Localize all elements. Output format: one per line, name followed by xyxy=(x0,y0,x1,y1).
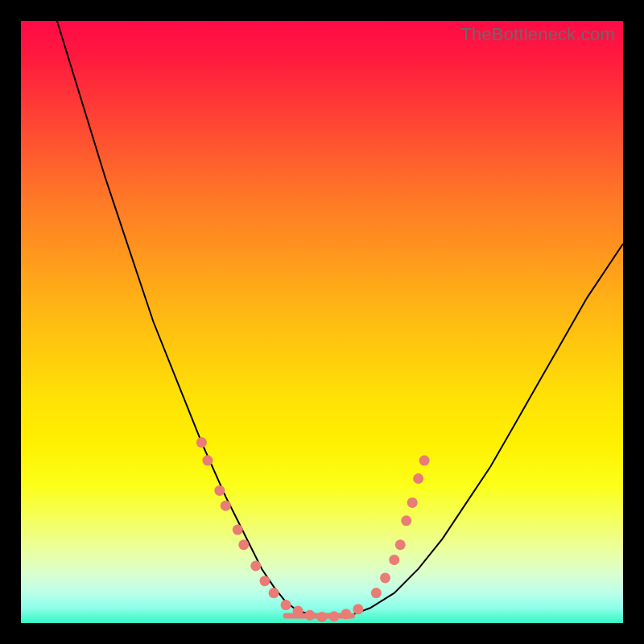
highlight-dot xyxy=(250,560,261,571)
highlight-dot xyxy=(328,611,339,621)
highlight-dot xyxy=(413,473,423,484)
highlight-dot xyxy=(317,612,328,622)
highlight-dot xyxy=(281,600,291,610)
highlight-dots xyxy=(196,437,430,622)
highlight-dot xyxy=(389,555,399,565)
highlight-dot xyxy=(353,604,363,614)
highlight-dot xyxy=(401,515,411,526)
highlight-dot xyxy=(380,572,390,583)
highlight-dot xyxy=(293,606,303,617)
highlight-dot xyxy=(238,539,249,550)
highlight-dot xyxy=(395,539,406,550)
highlight-dot xyxy=(221,501,231,511)
highlight-dot xyxy=(202,456,213,466)
bottleneck-curve xyxy=(57,21,623,617)
highlight-dot xyxy=(259,576,270,586)
highlight-dot xyxy=(305,610,316,621)
highlight-dot xyxy=(196,437,207,448)
highlight-dot xyxy=(419,456,430,466)
highlight-dot xyxy=(407,497,418,508)
bottleneck-plot xyxy=(21,21,623,623)
highlight-dot xyxy=(269,588,279,598)
highlight-dot xyxy=(371,588,382,598)
highlight-dot xyxy=(233,525,243,535)
chart-frame: TheBottleneck.com xyxy=(21,21,623,623)
highlight-dot xyxy=(341,609,351,619)
highlight-dot xyxy=(214,485,225,496)
